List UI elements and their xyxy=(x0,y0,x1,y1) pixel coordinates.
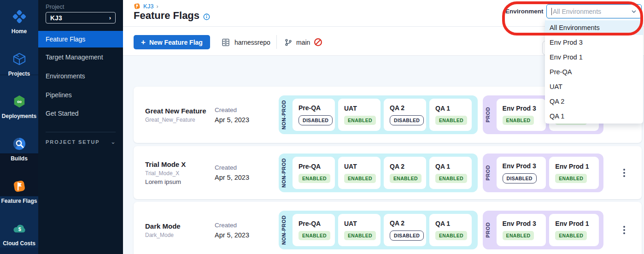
module-deployments[interactable]: ∞ Deployments xyxy=(0,87,38,127)
flag-info: Trial Mode X Trial_Mode_X Lorem ipsum xyxy=(145,146,212,199)
env-card-uat: UAT ENABLED xyxy=(338,99,381,131)
created-date: Apr 5, 2023 xyxy=(215,231,249,239)
environment-select-value: All Environments xyxy=(553,8,631,15)
module-home-label: Home xyxy=(12,29,27,35)
env-card-pre-qa: Pre-QA ENABLED xyxy=(293,157,335,189)
status-badge: DISABLED xyxy=(299,115,333,125)
env-option-pre-qa[interactable]: Pre-QA xyxy=(545,65,643,79)
module-builds[interactable]: Builds xyxy=(0,129,38,170)
flag-identifier: Great_New_Feature xyxy=(145,117,212,123)
project-setup-label: PROJECT SETUP xyxy=(46,139,100,145)
env-card-pre-qa: Pre-QA DISABLED xyxy=(293,99,335,131)
repo-name: harnessrepo xyxy=(234,39,270,46)
chevron-right-icon: › xyxy=(109,14,111,21)
svg-text:$: $ xyxy=(18,226,21,232)
branch-selector[interactable]: main xyxy=(284,35,322,49)
created-date: Apr 5, 2023 xyxy=(215,116,249,124)
flag-name[interactable]: Trial Mode X xyxy=(145,160,212,168)
new-feature-flag-button[interactable]: + New Feature Flag xyxy=(134,35,210,49)
env-card-qa-2: QA 2 DISABLED xyxy=(384,214,426,246)
cloud-costs-icon: $ xyxy=(12,222,26,237)
created-label: Created xyxy=(215,164,249,171)
module-feature-flags-label: Feature Flags xyxy=(1,198,37,204)
module-projects-label: Projects xyxy=(8,71,30,77)
chevron-down-icon: ⌄ xyxy=(111,138,116,145)
prohibited-icon xyxy=(314,38,322,47)
module-projects[interactable]: Projects xyxy=(0,44,38,85)
project-selector[interactable]: KJ3 › xyxy=(46,12,116,24)
nonprod-env-group: NON-PROD Pre-QA DISABLED UAT ENABLED QA … xyxy=(279,95,478,134)
env-option-qa-2[interactable]: QA 2 xyxy=(545,94,643,109)
status-badge: DISABLED xyxy=(390,230,424,241)
toolbar-divider xyxy=(276,35,277,49)
builds-icon xyxy=(12,137,26,153)
prod-group-label: PROD xyxy=(485,222,493,238)
env-card-uat: UAT ENABLED xyxy=(338,157,381,189)
env-option-uat[interactable]: UAT xyxy=(545,79,643,94)
plus-icon: + xyxy=(141,38,146,47)
nonprod-group-label: NON-PROD xyxy=(281,100,289,130)
env-card-qa-2: QA 2 DISABLED xyxy=(384,99,426,131)
prod-group-label: PROD xyxy=(485,107,493,123)
breadcrumb-project-link[interactable]: KJ3 xyxy=(143,3,153,10)
sidebar-divider xyxy=(46,132,116,132)
flag-breadcrumb-icon xyxy=(134,3,141,10)
module-sidebar: Home Projects ∞ Deployments Builds Featu… xyxy=(0,0,38,254)
module-home[interactable]: Home xyxy=(0,2,38,42)
branch-name: main xyxy=(296,39,310,46)
nonprod-group-label: NON-PROD xyxy=(281,158,289,188)
flag-row-dark-mode[interactable]: Dark Mode Dark_Mode Created Apr 5, 2023 … xyxy=(134,202,642,254)
env-card-env-prod-3: Env Prod 3 ENABLED xyxy=(497,99,546,131)
sidebar-item-pipelines[interactable]: Pipelines xyxy=(38,87,123,103)
project-setup-section[interactable]: PROJECT SETUP ⌄ xyxy=(46,138,116,145)
module-deployments-label: Deployments xyxy=(2,113,36,119)
sidebar-item-get-started[interactable]: Get Started xyxy=(38,105,123,122)
flag-description: Lorem ipsum xyxy=(145,178,212,185)
status-badge: ENABLED xyxy=(435,231,467,240)
env-card-env-prod-1: Env Prod 1 ENABLED xyxy=(549,157,599,189)
environment-select[interactable]: All Environments xyxy=(546,4,642,18)
env-card-env-prod-3: Env Prod 3 ENABLED xyxy=(497,214,546,246)
repo-selector[interactable]: harnessrepo xyxy=(221,35,270,49)
env-option-qa-1[interactable]: QA 1 xyxy=(545,109,643,124)
status-badge: ENABLED xyxy=(344,116,376,125)
prod-env-group: PROD Env Prod 3 ENABLED Env Prod 1 ENABL… xyxy=(483,211,603,249)
flag-name[interactable]: Great New Feature xyxy=(145,107,212,115)
env-option-env-prod-3[interactable]: Env Prod 3 xyxy=(545,35,643,50)
row-menu-kebab-icon[interactable] xyxy=(621,224,627,236)
module-cloud-costs-label: Cloud Costs xyxy=(3,241,35,247)
env-option-all-environments[interactable]: All Environments xyxy=(545,20,643,35)
environment-filter-label: Environment xyxy=(505,8,544,15)
status-badge: ENABLED xyxy=(503,231,534,240)
info-icon[interactable] xyxy=(203,13,210,20)
status-badge: ENABLED xyxy=(435,174,467,183)
harness-home-icon xyxy=(12,10,26,25)
status-badge: ENABLED xyxy=(555,231,587,240)
sidebar-item-environments[interactable]: Environments xyxy=(38,68,123,84)
flag-row-trial-mode-x[interactable]: Trial Mode X Trial_Mode_X Lorem ipsum Cr… xyxy=(134,146,642,199)
prod-env-group: PROD Env Prod 3 DISABLED Env Prod 1 ENAB… xyxy=(483,154,603,192)
sidebar-item-feature-flags[interactable]: Feature Flags xyxy=(38,31,123,47)
project-sidebar: Project KJ3 › Feature Flags Target Manag… xyxy=(38,0,123,254)
created-label: Created xyxy=(215,222,249,229)
status-badge: DISABLED xyxy=(503,173,537,183)
project-selector-value: KJ3 xyxy=(50,14,62,22)
env-card-uat: UAT ENABLED xyxy=(338,214,381,246)
module-builds-label: Builds xyxy=(11,156,28,162)
chevron-down-icon xyxy=(631,9,637,14)
text-cursor xyxy=(551,8,552,15)
env-option-env-prod-1[interactable]: Env Prod 1 xyxy=(545,50,643,65)
module-cloud-costs[interactable]: $ Cloud Costs xyxy=(0,214,38,254)
sidebar-item-target-management[interactable]: Target Management xyxy=(38,49,123,65)
env-card-qa-1: QA 1 ENABLED xyxy=(429,157,472,189)
breadcrumb-separator: › xyxy=(156,3,158,10)
flag-name[interactable]: Dark Mode xyxy=(145,222,212,230)
flag-info: Dark Mode Dark_Mode xyxy=(145,202,212,254)
env-card-qa-1: QA 1 ENABLED xyxy=(429,99,472,131)
row-menu-kebab-icon[interactable] xyxy=(621,167,627,179)
status-badge: ENABLED xyxy=(299,174,330,183)
module-feature-flags[interactable]: Feature Flags xyxy=(0,171,38,212)
prod-group-label: PROD xyxy=(485,165,493,181)
status-badge: ENABLED xyxy=(503,116,534,125)
env-card-env-prod-1: Env Prod 1 ENABLED xyxy=(549,214,599,246)
